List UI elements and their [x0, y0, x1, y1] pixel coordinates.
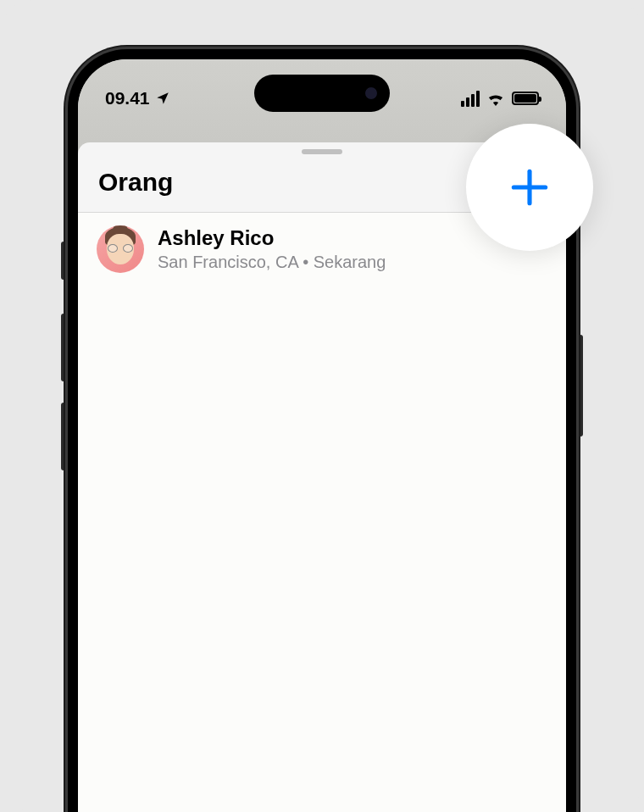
location-arrow-icon [155, 91, 170, 106]
people-sheet[interactable]: Orang [78, 142, 566, 812]
app-container: 09.41 [0, 0, 644, 812]
status-left: 09.41 [105, 88, 170, 108]
phone-volume-down [61, 403, 66, 470]
person-name: Ashley Rico [158, 225, 497, 251]
person-avatar [97, 225, 144, 273]
person-info: Ashley Rico San Francisco, CA • Sekarang [158, 225, 497, 273]
person-location: San Francisco, CA • Sekarang [158, 251, 497, 273]
wifi-icon [486, 91, 505, 106]
sheet-title: Orang [98, 168, 173, 197]
people-list: Ashley Rico San Francisco, CA • Sekarang… [78, 213, 566, 812]
dynamic-island [254, 75, 390, 112]
add-person-button[interactable] [466, 124, 593, 251]
status-right [461, 91, 539, 107]
cellular-signal-icon [461, 91, 480, 107]
phone-volume-up [61, 314, 66, 381]
phone-power-button [578, 335, 583, 437]
front-camera [364, 86, 378, 100]
battery-icon [512, 92, 539, 105]
status-time: 09.41 [105, 88, 150, 108]
plus-icon [506, 164, 553, 211]
sheet-grabber[interactable] [302, 149, 342, 154]
phone-silent-switch [61, 242, 66, 280]
